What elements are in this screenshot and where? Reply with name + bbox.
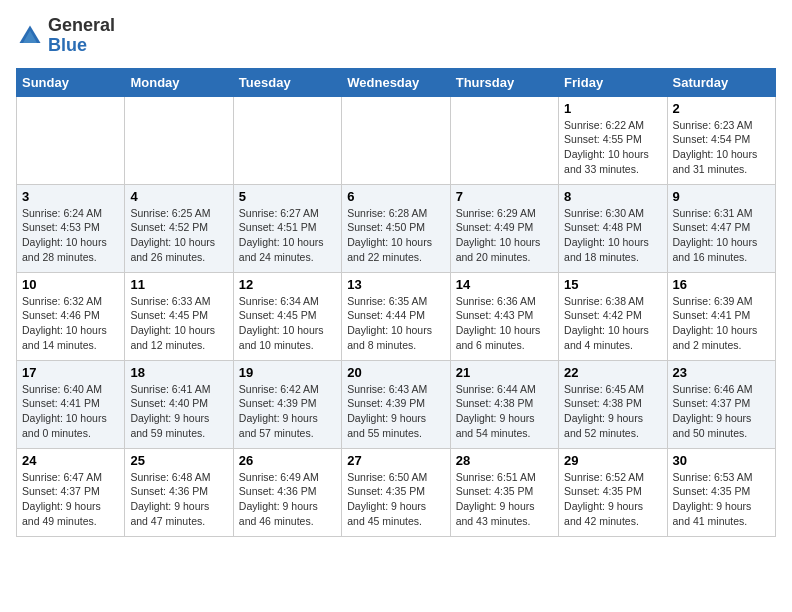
day-number: 11 xyxy=(130,277,227,292)
day-number: 28 xyxy=(456,453,553,468)
day-detail: Sunrise: 6:32 AM Sunset: 4:46 PM Dayligh… xyxy=(22,294,119,353)
calendar-week-1: 1Sunrise: 6:22 AM Sunset: 4:55 PM Daylig… xyxy=(17,96,776,184)
day-number: 8 xyxy=(564,189,661,204)
day-number: 26 xyxy=(239,453,336,468)
day-detail: Sunrise: 6:27 AM Sunset: 4:51 PM Dayligh… xyxy=(239,206,336,265)
calendar-cell: 27Sunrise: 6:50 AM Sunset: 4:35 PM Dayli… xyxy=(342,448,450,536)
weekday-header-thursday: Thursday xyxy=(450,68,558,96)
calendar-week-3: 10Sunrise: 6:32 AM Sunset: 4:46 PM Dayli… xyxy=(17,272,776,360)
day-detail: Sunrise: 6:38 AM Sunset: 4:42 PM Dayligh… xyxy=(564,294,661,353)
day-number: 15 xyxy=(564,277,661,292)
day-detail: Sunrise: 6:46 AM Sunset: 4:37 PM Dayligh… xyxy=(673,382,770,441)
day-detail: Sunrise: 6:24 AM Sunset: 4:53 PM Dayligh… xyxy=(22,206,119,265)
calendar-cell: 4Sunrise: 6:25 AM Sunset: 4:52 PM Daylig… xyxy=(125,184,233,272)
day-detail: Sunrise: 6:52 AM Sunset: 4:35 PM Dayligh… xyxy=(564,470,661,529)
day-number: 29 xyxy=(564,453,661,468)
calendar-cell: 12Sunrise: 6:34 AM Sunset: 4:45 PM Dayli… xyxy=(233,272,341,360)
calendar-cell: 30Sunrise: 6:53 AM Sunset: 4:35 PM Dayli… xyxy=(667,448,775,536)
day-number: 21 xyxy=(456,365,553,380)
day-detail: Sunrise: 6:41 AM Sunset: 4:40 PM Dayligh… xyxy=(130,382,227,441)
day-number: 25 xyxy=(130,453,227,468)
day-number: 13 xyxy=(347,277,444,292)
calendar-cell xyxy=(125,96,233,184)
day-detail: Sunrise: 6:42 AM Sunset: 4:39 PM Dayligh… xyxy=(239,382,336,441)
logo-icon xyxy=(16,22,44,50)
day-detail: Sunrise: 6:51 AM Sunset: 4:35 PM Dayligh… xyxy=(456,470,553,529)
day-number: 5 xyxy=(239,189,336,204)
day-detail: Sunrise: 6:33 AM Sunset: 4:45 PM Dayligh… xyxy=(130,294,227,353)
day-number: 27 xyxy=(347,453,444,468)
calendar-cell: 28Sunrise: 6:51 AM Sunset: 4:35 PM Dayli… xyxy=(450,448,558,536)
day-number: 9 xyxy=(673,189,770,204)
day-detail: Sunrise: 6:49 AM Sunset: 4:36 PM Dayligh… xyxy=(239,470,336,529)
day-detail: Sunrise: 6:29 AM Sunset: 4:49 PM Dayligh… xyxy=(456,206,553,265)
day-detail: Sunrise: 6:48 AM Sunset: 4:36 PM Dayligh… xyxy=(130,470,227,529)
calendar-cell: 11Sunrise: 6:33 AM Sunset: 4:45 PM Dayli… xyxy=(125,272,233,360)
day-number: 22 xyxy=(564,365,661,380)
day-detail: Sunrise: 6:39 AM Sunset: 4:41 PM Dayligh… xyxy=(673,294,770,353)
day-detail: Sunrise: 6:40 AM Sunset: 4:41 PM Dayligh… xyxy=(22,382,119,441)
calendar-cell: 9Sunrise: 6:31 AM Sunset: 4:47 PM Daylig… xyxy=(667,184,775,272)
calendar-cell xyxy=(342,96,450,184)
weekday-header-row: SundayMondayTuesdayWednesdayThursdayFrid… xyxy=(17,68,776,96)
calendar-cell: 17Sunrise: 6:40 AM Sunset: 4:41 PM Dayli… xyxy=(17,360,125,448)
calendar-cell: 8Sunrise: 6:30 AM Sunset: 4:48 PM Daylig… xyxy=(559,184,667,272)
day-number: 19 xyxy=(239,365,336,380)
calendar-cell: 6Sunrise: 6:28 AM Sunset: 4:50 PM Daylig… xyxy=(342,184,450,272)
day-detail: Sunrise: 6:45 AM Sunset: 4:38 PM Dayligh… xyxy=(564,382,661,441)
day-detail: Sunrise: 6:47 AM Sunset: 4:37 PM Dayligh… xyxy=(22,470,119,529)
day-detail: Sunrise: 6:35 AM Sunset: 4:44 PM Dayligh… xyxy=(347,294,444,353)
calendar-cell xyxy=(233,96,341,184)
weekday-header-saturday: Saturday xyxy=(667,68,775,96)
calendar-week-4: 17Sunrise: 6:40 AM Sunset: 4:41 PM Dayli… xyxy=(17,360,776,448)
day-number: 7 xyxy=(456,189,553,204)
day-detail: Sunrise: 6:44 AM Sunset: 4:38 PM Dayligh… xyxy=(456,382,553,441)
day-detail: Sunrise: 6:30 AM Sunset: 4:48 PM Dayligh… xyxy=(564,206,661,265)
calendar-cell: 19Sunrise: 6:42 AM Sunset: 4:39 PM Dayli… xyxy=(233,360,341,448)
page-header: General Blue xyxy=(16,16,776,56)
calendar-cell: 21Sunrise: 6:44 AM Sunset: 4:38 PM Dayli… xyxy=(450,360,558,448)
calendar-cell: 23Sunrise: 6:46 AM Sunset: 4:37 PM Dayli… xyxy=(667,360,775,448)
day-number: 20 xyxy=(347,365,444,380)
calendar-cell: 16Sunrise: 6:39 AM Sunset: 4:41 PM Dayli… xyxy=(667,272,775,360)
logo-text: General Blue xyxy=(48,16,115,56)
weekday-header-friday: Friday xyxy=(559,68,667,96)
day-detail: Sunrise: 6:43 AM Sunset: 4:39 PM Dayligh… xyxy=(347,382,444,441)
weekday-header-sunday: Sunday xyxy=(17,68,125,96)
day-detail: Sunrise: 6:34 AM Sunset: 4:45 PM Dayligh… xyxy=(239,294,336,353)
day-number: 1 xyxy=(564,101,661,116)
calendar-cell: 25Sunrise: 6:48 AM Sunset: 4:36 PM Dayli… xyxy=(125,448,233,536)
day-detail: Sunrise: 6:22 AM Sunset: 4:55 PM Dayligh… xyxy=(564,118,661,177)
day-number: 16 xyxy=(673,277,770,292)
calendar-cell: 14Sunrise: 6:36 AM Sunset: 4:43 PM Dayli… xyxy=(450,272,558,360)
calendar-cell: 2Sunrise: 6:23 AM Sunset: 4:54 PM Daylig… xyxy=(667,96,775,184)
day-number: 30 xyxy=(673,453,770,468)
calendar-cell: 29Sunrise: 6:52 AM Sunset: 4:35 PM Dayli… xyxy=(559,448,667,536)
calendar-week-5: 24Sunrise: 6:47 AM Sunset: 4:37 PM Dayli… xyxy=(17,448,776,536)
calendar-cell: 3Sunrise: 6:24 AM Sunset: 4:53 PM Daylig… xyxy=(17,184,125,272)
calendar-cell: 10Sunrise: 6:32 AM Sunset: 4:46 PM Dayli… xyxy=(17,272,125,360)
calendar-week-2: 3Sunrise: 6:24 AM Sunset: 4:53 PM Daylig… xyxy=(17,184,776,272)
calendar-cell: 15Sunrise: 6:38 AM Sunset: 4:42 PM Dayli… xyxy=(559,272,667,360)
day-number: 12 xyxy=(239,277,336,292)
calendar-cell: 5Sunrise: 6:27 AM Sunset: 4:51 PM Daylig… xyxy=(233,184,341,272)
day-number: 10 xyxy=(22,277,119,292)
weekday-header-wednesday: Wednesday xyxy=(342,68,450,96)
calendar-cell: 1Sunrise: 6:22 AM Sunset: 4:55 PM Daylig… xyxy=(559,96,667,184)
calendar-table: SundayMondayTuesdayWednesdayThursdayFrid… xyxy=(16,68,776,537)
weekday-header-tuesday: Tuesday xyxy=(233,68,341,96)
calendar-cell xyxy=(17,96,125,184)
day-number: 23 xyxy=(673,365,770,380)
day-detail: Sunrise: 6:28 AM Sunset: 4:50 PM Dayligh… xyxy=(347,206,444,265)
calendar-cell: 7Sunrise: 6:29 AM Sunset: 4:49 PM Daylig… xyxy=(450,184,558,272)
day-number: 6 xyxy=(347,189,444,204)
day-number: 2 xyxy=(673,101,770,116)
logo-blue: Blue xyxy=(48,35,87,55)
day-detail: Sunrise: 6:25 AM Sunset: 4:52 PM Dayligh… xyxy=(130,206,227,265)
day-number: 3 xyxy=(22,189,119,204)
calendar-cell xyxy=(450,96,558,184)
weekday-header-monday: Monday xyxy=(125,68,233,96)
day-detail: Sunrise: 6:50 AM Sunset: 4:35 PM Dayligh… xyxy=(347,470,444,529)
calendar-cell: 18Sunrise: 6:41 AM Sunset: 4:40 PM Dayli… xyxy=(125,360,233,448)
calendar-cell: 13Sunrise: 6:35 AM Sunset: 4:44 PM Dayli… xyxy=(342,272,450,360)
